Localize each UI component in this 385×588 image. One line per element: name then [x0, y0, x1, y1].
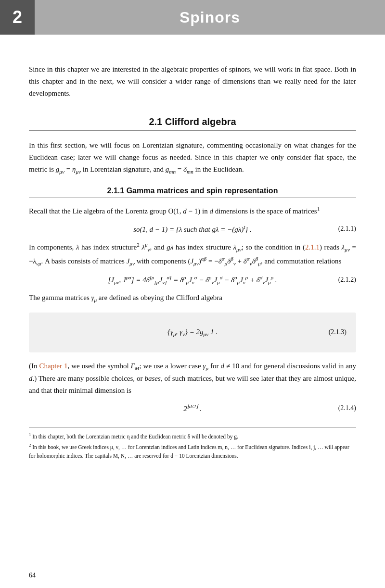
para-lorentz-group: Recall that the Lie algebra of the Loren… [29, 204, 356, 217]
eq-number-2-1-1: (2.1.1) [338, 225, 356, 233]
equation-2-1-1: so(1, d − 1) = {λ such that gλ = −(gλ)t}… [29, 224, 356, 234]
footnote-1: 1 In this chapter, both the Lorentzian m… [29, 432, 356, 441]
footnote-area: 1 In this chapter, both the Lorentzian m… [29, 427, 356, 461]
main-content: Since in this chapter we are interested … [0, 35, 385, 481]
intro-paragraph: Since in this chapter we are interested … [29, 63, 356, 99]
chapter-title: Spinors [35, 0, 385, 35]
equation-2-1-2: [Jμν, Jρσ] = 4δ[ρ[μJν]σ] = δρμJνσ − δρνJ… [29, 275, 356, 285]
page-number: 64 [29, 572, 36, 579]
section-2-1-heading: 2.1 Clifford algebra [29, 116, 356, 127]
section-rule [29, 130, 356, 131]
eq-ref-2-1-1[interactable]: 2.1.1 [305, 243, 320, 251]
footnote-ref-2: 2 [137, 242, 140, 248]
equation-2-1-3-box: {γμ, γν} = 2gμν 1 . (2.1.3) [29, 313, 356, 352]
subsection-2-1-1-heading: 2.1.1 Gamma matrices and spin representa… [29, 187, 356, 195]
eq-number-2-1-2: (2.1.2) [338, 276, 356, 284]
section-2-1-intro: In this first section, we will focus on … [29, 139, 356, 176]
eq-number-2-1-4: (2.1.4) [338, 404, 356, 412]
subsection-rule [29, 197, 356, 198]
page-header: 2 Spinors [0, 0, 385, 35]
chapter-number: 2 [0, 0, 35, 35]
equation-2-1-4: 2⌊d/2⌋ . (2.1.4) [29, 403, 356, 413]
footnote-ref-1: 1 [317, 206, 320, 212]
eq-number-2-1-3: (2.1.3) [329, 328, 346, 336]
para-chapter-ref: (In Chapter 1, we used the symbol ΓM; we… [29, 360, 356, 397]
para-gamma-matrices: The gamma matrices γμ are defined as obe… [29, 292, 356, 305]
footnote-2: 2 In this book, we use Greek indices μ, … [29, 442, 356, 460]
para-components: In components, λ has index structure2 λμ… [29, 240, 356, 268]
equation-2-1-3: {γμ, γν} = 2gμν 1 . (2.1.3) [38, 328, 346, 337]
chapter-1-link[interactable]: Chapter 1 [39, 362, 67, 370]
